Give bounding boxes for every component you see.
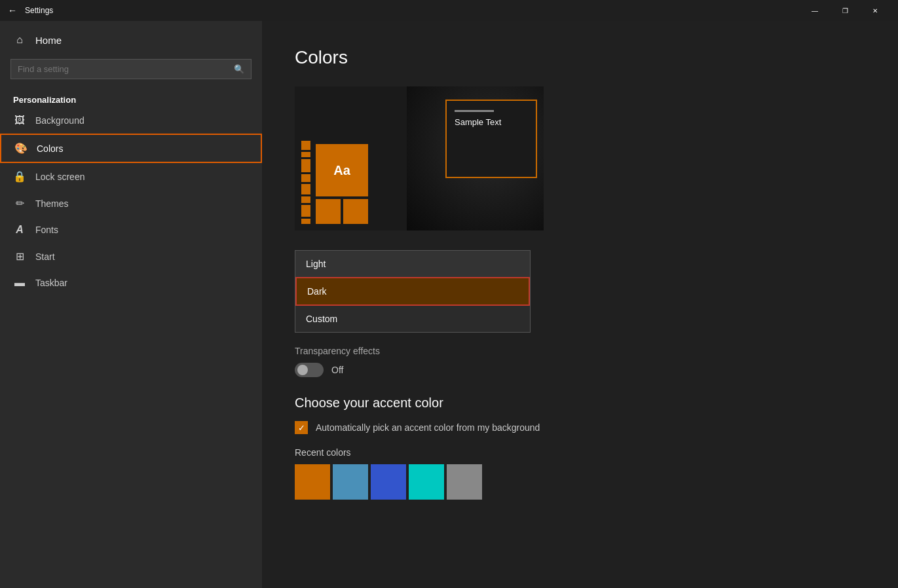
lock-icon: 🔒 [13,170,26,183]
window-controls: — ❐ ✕ [800,0,890,21]
home-icon: ⌂ [13,34,26,46]
page-title: Colors [295,47,865,68]
color-swatch-cyan[interactable] [409,464,444,500]
colors-icon: 🎨 [14,142,28,155]
sidebar-item-themes[interactable]: ✏ Themes [0,190,262,217]
transparency-toggle-row: Off [295,363,865,377]
fonts-icon: A [13,224,26,236]
toggle-knob [297,365,308,375]
sidebar-item-taskbar[interactable]: ▬ Taskbar [0,270,262,296]
content-area: Colors Aa [262,21,898,588]
option-dark[interactable]: Dark [295,277,530,306]
transparency-label: Transparency effects [295,346,865,356]
recent-colors-label: Recent colors [295,447,865,458]
color-swatch-indigo[interactable] [371,464,406,500]
sidebar-item-fonts[interactable]: A Fonts [0,217,262,243]
taskbar-icon: ▬ [13,277,26,289]
start-icon: ⊞ [13,250,26,263]
themes-icon: ✏ [13,197,26,210]
preview-aa-tile: Aa [316,144,368,196]
sidebar-item-home[interactable]: ⌂ Home [0,26,262,54]
color-swatch-orange[interactable] [295,464,330,500]
colors-label: Colors [37,143,63,154]
auto-accent-checkbox[interactable]: ✓ [295,421,308,434]
transparency-state: Off [331,365,343,375]
app-body: ⌂ Home 🔍 Personalization 🖼 Background 🎨 … [0,21,898,588]
sidebar: ⌂ Home 🔍 Personalization 🖼 Background 🎨 … [0,21,262,588]
accent-title: Choose your accent color [295,395,865,411]
sidebar-item-start[interactable]: ⊞ Start [0,243,262,270]
themes-label: Themes [35,198,69,209]
theme-mode-dropdown[interactable]: Light Dark Custom [295,250,531,333]
preview-sample-box: Sample Text [445,100,537,178]
search-input[interactable] [11,60,227,79]
minimize-button[interactable]: — [800,0,830,21]
back-button[interactable]: ← [8,5,17,16]
start-label: Start [35,251,55,262]
titlebar: ← Settings — ❐ ✕ [0,0,898,21]
search-box[interactable]: 🔍 [10,59,252,79]
color-swatches [295,464,865,500]
transparency-section: Transparency effects Off [295,346,865,377]
preview-sample-line [455,110,494,112]
checkmark-icon: ✓ [298,423,305,433]
maximize-button[interactable]: ❐ [830,0,860,21]
option-custom[interactable]: Custom [295,306,530,332]
sidebar-item-colors[interactable]: 🎨 Colors [0,134,262,163]
color-swatch-gray[interactable] [447,464,482,500]
dropdown-options: Light Dark Custom [295,250,531,333]
close-button[interactable]: ✕ [860,0,890,21]
home-label: Home [35,35,62,46]
lock-screen-label: Lock screen [35,172,84,182]
sidebar-item-lock-screen[interactable]: 🔒 Lock screen [0,163,262,190]
fonts-label: Fonts [35,225,58,235]
theme-preview: Aa Sample Text [295,86,544,230]
option-light[interactable]: Light [295,251,530,277]
section-title: Personalization [0,90,262,107]
search-icon: 🔍 [227,60,251,79]
color-swatch-blue[interactable] [333,464,368,500]
sidebar-item-background[interactable]: 🖼 Background [0,107,262,134]
background-label: Background [35,115,84,126]
taskbar-label: Taskbar [35,278,67,288]
preview-sample-text: Sample Text [447,117,536,127]
transparency-toggle[interactable] [295,363,324,377]
app-title: Settings [25,6,800,15]
background-icon: 🖼 [13,115,26,126]
accent-section: Choose your accent color ✓ Automatically… [295,395,865,500]
auto-accent-label: Automatically pick an accent color from … [316,422,540,433]
auto-accent-row[interactable]: ✓ Automatically pick an accent color fro… [295,421,865,434]
